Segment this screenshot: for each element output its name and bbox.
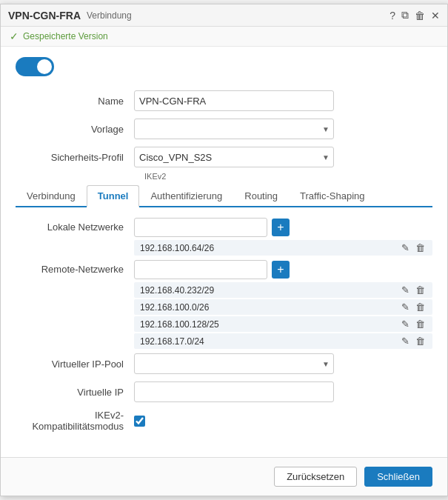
close-icon[interactable]: ✕ [431,10,440,21]
remote-add-button[interactable]: + [272,261,290,279]
virtuell-pool-label: Virtueller IP-Pool [16,359,134,370]
ikev2-compat-checkbox[interactable] [134,416,145,427]
remote-entry-3-edit-button[interactable]: ✎ [400,336,411,347]
lokale-entry-0: 192.168.100.64/26 ✎ 🗑 [134,240,432,256]
virtuelle-ip-row: Virtuelle IP [16,381,432,402]
virtuelle-ip-input[interactable] [134,381,334,402]
remote-entry-2: 192.168.100.128/25 ✎ 🗑 [134,316,432,332]
lokale-netzwerke-content: + 192.168.100.64/26 ✎ 🗑 [134,218,432,257]
check-icon: ✓ [10,30,19,42]
remote-entry-2-icons: ✎ 🗑 [400,319,427,330]
remote-entry-1: 192.168.100.0/26 ✎ 🗑 [134,299,432,315]
sicherheit-label: Sicherheits-Profil [16,152,134,163]
remote-entry-3-delete-button[interactable]: 🗑 [414,336,427,347]
virtuell-pool-row: Virtueller IP-Pool ▼ [16,353,432,374]
lokale-entry-0-edit-button[interactable]: ✎ [400,242,411,253]
window-subtitle: Verbindung [87,10,132,21]
window-title: VPN-CGN-FRA [8,10,81,21]
ikev2-note: IKEv2 [144,172,432,181]
remote-entry-0-edit-button[interactable]: ✎ [400,284,411,296]
remote-input-row: + [134,260,432,279]
remote-netzwerke-label: Remote-Netzwerke [16,260,134,275]
remote-entry-1-icons: ✎ 🗑 [400,301,427,313]
virtuelle-ip-label: Virtuelle IP [16,387,134,398]
remote-netzwerke-content: + 192.168.40.232/29 ✎ 🗑 192.168.100.0/26… [134,260,432,350]
content-area: Name Vorlage ▼ Sicherheits-Profil Cisco_… [1,47,447,450]
lokale-netzwerke-label: Lokale Netzwerke [16,218,134,233]
remote-entry-2-delete-button[interactable]: 🗑 [414,319,427,330]
toggle-knob [37,59,52,74]
tab-routing[interactable]: Routing [233,185,289,207]
toggle-container [16,57,432,79]
vorlage-label: Vorlage [16,124,134,135]
sicherheit-select[interactable]: Cisco_VPN_S2S [134,147,334,167]
reset-button[interactable]: Zurücksetzen [274,467,357,487]
title-bar-left: VPN-CGN-FRA Verbindung [8,10,390,21]
tab-authentifizierung[interactable]: Authentifizierung [139,185,233,207]
lokale-add-button[interactable]: + [272,219,290,236]
close-button[interactable]: Schließen [364,467,432,487]
lokale-netzwerke-section: Lokale Netzwerke + 192.168.100.64/26 ✎ 🗑 [16,218,432,257]
vorlage-select[interactable] [134,119,334,139]
sicherheit-select-wrap: Cisco_VPN_S2S ▼ [134,147,334,167]
virtuell-pool-select-wrap: ▼ [134,353,334,374]
remote-entry-3: 192.168.17.0/24 ✎ 🗑 [134,333,432,349]
vorlage-row: Vorlage ▼ [16,119,432,139]
remote-entry-2-value: 192.168.100.128/25 [140,319,400,330]
tab-traffic-shaping[interactable]: Traffic-Shaping [289,185,375,207]
main-window: VPN-CGN-FRA Verbindung ? ⧉ 🗑 ✕ ✓ Gespeic… [0,4,448,496]
lokale-entry-0-delete-button[interactable]: 🗑 [414,242,427,253]
help-icon[interactable]: ? [390,10,395,21]
remote-netzwerke-input[interactable] [134,260,267,279]
sicherheit-row: Sicherheits-Profil Cisco_VPN_S2S ▼ [16,147,432,167]
copy-icon[interactable]: ⧉ [401,9,409,21]
saved-label: Gespeicherte Version [23,31,108,41]
lokale-entry-0-icons: ✎ 🗑 [400,242,427,253]
remote-entry-3-value: 192.168.17.0/24 [140,336,400,347]
remote-entry-1-edit-button[interactable]: ✎ [400,301,411,313]
remote-entry-2-edit-button[interactable]: ✎ [400,319,411,330]
tab-tunnel[interactable]: Tunnel [87,185,140,207]
remote-entry-1-delete-button[interactable]: 🗑 [414,301,427,313]
lokale-entry-0-value: 192.168.100.64/26 [140,243,400,253]
lokale-netzwerke-input[interactable] [134,218,267,237]
remote-entry-0-delete-button[interactable]: 🗑 [414,284,427,296]
trash-icon[interactable]: 🗑 [415,10,425,21]
remote-entry-0-icons: ✎ 🗑 [400,284,427,296]
enable-toggle[interactable] [16,57,54,76]
vorlage-select-wrap: ▼ [134,119,334,139]
virtuell-pool-select[interactable] [134,353,334,374]
lokale-input-row: + [134,218,432,237]
ikev2-compat-label: IKEv2-Kompatibilitätsmodus [16,410,134,432]
tab-verbindung[interactable]: Verbindung [16,185,87,207]
name-input[interactable] [134,90,334,111]
remote-entry-0: 192.168.40.232/29 ✎ 🗑 [134,282,432,298]
ikev2-compat-row: IKEv2-Kompatibilitätsmodus [16,410,432,432]
name-label: Name [16,96,134,107]
remote-entry-3-icons: ✎ 🗑 [400,336,427,347]
ikev2-compat-checkbox-wrap [134,416,145,427]
footer: Zurücksetzen Schließen [1,457,447,496]
remote-entry-0-value: 192.168.40.232/29 [140,285,400,296]
name-row: Name [16,90,432,111]
title-icons: ? ⧉ 🗑 ✕ [390,9,440,21]
saved-bar: ✓ Gespeicherte Version [1,27,447,47]
tabs: Verbindung Tunnel Authentifizierung Rout… [16,185,432,207]
remote-entry-1-value: 192.168.100.0/26 [140,302,400,313]
title-bar: VPN-CGN-FRA Verbindung ? ⧉ 🗑 ✕ [1,4,447,27]
remote-netzwerke-section: Remote-Netzwerke + 192.168.40.232/29 ✎ 🗑… [16,260,432,350]
